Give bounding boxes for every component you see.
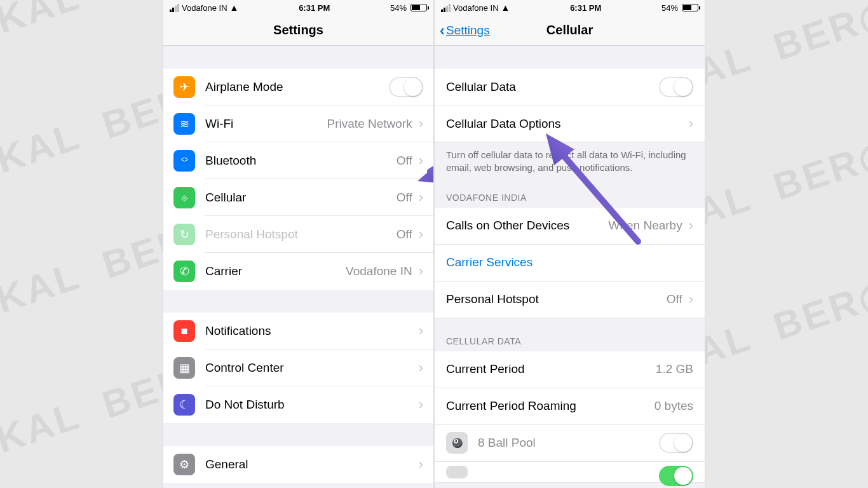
airplane-mode-row[interactable]: ✈Airplane Mode xyxy=(163,69,433,105)
current-period-row: Current Period 1.2 GB xyxy=(435,351,705,388)
chevron-right-icon: › xyxy=(419,152,423,169)
app-label: 8 Ball Pool xyxy=(478,436,659,450)
chevron-left-icon: ‹ xyxy=(440,23,445,38)
chevron-right-icon: › xyxy=(419,323,423,339)
carrier-services-row[interactable]: Carrier Services xyxy=(435,245,705,281)
phone-settings: Vodafone IN ▲ 6:31 PM 54% Settings ✈Airp… xyxy=(163,0,434,488)
cellular-value: Off xyxy=(397,191,412,205)
app-data-row-8-ball-pool[interactable]: 🎱 8 Ball Pool xyxy=(435,425,705,462)
wifi-icon: ▲ xyxy=(230,3,239,13)
airplane-mode-label: Airplane Mode xyxy=(205,80,389,94)
battery-percent: 54% xyxy=(390,3,407,13)
current-period-value: 1.2 GB xyxy=(656,362,693,376)
carrier-icon: ✆ xyxy=(173,261,195,282)
app-data-row-next[interactable] xyxy=(435,462,705,483)
back-label: Settings xyxy=(446,24,490,37)
personal-hotspot-label: Personal Hotspot xyxy=(205,227,397,241)
carrier-label: Vodafone IN xyxy=(182,3,227,13)
calls-other-devices-value: When Nearby xyxy=(609,219,682,233)
chevron-right-icon: › xyxy=(419,456,423,473)
carrier-value: Vodafone IN xyxy=(346,264,412,278)
clock: 6:31 PM xyxy=(570,3,601,13)
personal-hotspot-icon: ↻ xyxy=(173,224,195,245)
section-header-carrier: VODAFONE INDIA xyxy=(435,175,705,208)
carrier-row[interactable]: ✆CarrierVodafone IN› xyxy=(163,253,433,290)
status-bar: Vodafone IN ▲ 6:31 PM 54% xyxy=(435,0,705,15)
carrier-label: Vodafone IN xyxy=(453,3,499,13)
wifi-icon: ≋ xyxy=(173,113,195,135)
personal-hotspot-label: Personal Hotspot xyxy=(446,292,667,306)
chevron-right-icon: › xyxy=(419,116,423,132)
bluetooth-label: Bluetooth xyxy=(205,154,397,168)
control-center-label: Control Center xyxy=(205,361,412,375)
cellular-icon: ⟐ xyxy=(173,187,195,208)
do-not-disturb-label: Do Not Disturb xyxy=(205,398,412,412)
wifi-row[interactable]: ≋Wi-FiPrivate Network› xyxy=(163,105,433,142)
back-button[interactable]: ‹ Settings xyxy=(440,23,490,38)
carrier-label: Carrier xyxy=(205,264,346,278)
current-period-roaming-value: 0 bytes xyxy=(654,399,693,413)
general-icon: ⚙ xyxy=(173,454,195,475)
control-center-icon: ▦ xyxy=(173,357,195,379)
bluetooth-value: Off xyxy=(397,154,412,168)
general-row[interactable]: ⚙General› xyxy=(163,446,433,483)
cellular-data-toggle[interactable] xyxy=(659,77,693,97)
wifi-value: Private Network xyxy=(327,117,412,131)
chevron-right-icon: › xyxy=(689,116,693,132)
battery-icon xyxy=(682,4,698,11)
chevron-right-icon: › xyxy=(419,226,423,243)
signal-icon xyxy=(170,4,179,12)
section-header-data: CELLULAR DATA xyxy=(435,318,705,351)
app-icon-placeholder xyxy=(446,466,468,478)
chevron-right-icon: › xyxy=(419,396,423,413)
battery-percent: 54% xyxy=(661,3,678,13)
carrier-services-label: Carrier Services xyxy=(446,255,693,269)
nav-bar: ‹ Settings Cellular xyxy=(435,15,705,46)
nav-bar: Settings xyxy=(163,15,433,46)
bluetooth-icon: ⌔ xyxy=(173,150,195,172)
chevron-right-icon: › xyxy=(689,217,693,234)
do-not-disturb-row[interactable]: ☾Do Not Disturb› xyxy=(163,386,433,423)
chevron-right-icon: › xyxy=(419,263,423,280)
current-period-label: Current Period xyxy=(446,362,656,376)
clock: 6:31 PM xyxy=(299,3,330,13)
page-title: Settings xyxy=(273,23,323,37)
cellular-data-label: Cellular Data xyxy=(446,80,659,94)
app-data-toggle[interactable] xyxy=(659,433,693,453)
personal-hotspot-row[interactable]: ↻Personal HotspotOff› xyxy=(163,216,433,253)
chevron-right-icon: › xyxy=(689,291,693,308)
battery-icon xyxy=(410,4,427,11)
app-data-toggle[interactable] xyxy=(659,466,693,486)
current-period-roaming-label: Current Period Roaming xyxy=(446,399,654,413)
status-bar: Vodafone IN ▲ 6:31 PM 54% xyxy=(163,0,433,15)
notifications-row[interactable]: ■Notifications› xyxy=(163,313,433,349)
notifications-label: Notifications xyxy=(205,324,412,338)
cellular-data-options-row[interactable]: Cellular Data Options › xyxy=(435,105,705,142)
chevron-right-icon: › xyxy=(419,360,423,376)
bluetooth-row[interactable]: ⌔BluetoothOff› xyxy=(163,142,433,179)
signal-icon xyxy=(441,4,451,12)
current-period-roaming-row: Current Period Roaming 0 bytes xyxy=(435,388,705,425)
app-icon-8-ball-pool: 🎱 xyxy=(446,432,468,454)
airplane-mode-icon: ✈ xyxy=(173,76,195,98)
notifications-icon: ■ xyxy=(173,320,195,342)
personal-hotspot-row[interactable]: Personal Hotspot Off › xyxy=(435,281,705,318)
chevron-right-icon: › xyxy=(419,189,423,206)
cellular-data-options-label: Cellular Data Options xyxy=(446,117,682,131)
personal-hotspot-value: Off xyxy=(397,227,412,241)
cellular-row[interactable]: ⟐CellularOff› xyxy=(163,179,433,216)
wifi-icon: ▲ xyxy=(501,3,510,13)
do-not-disturb-icon: ☾ xyxy=(173,394,195,416)
cellular-data-row[interactable]: Cellular Data xyxy=(435,69,705,105)
general-label: General xyxy=(205,458,412,471)
phone-cellular: Vodafone IN ▲ 6:31 PM 54% ‹ Settings Cel… xyxy=(434,0,705,488)
airplane-mode-toggle[interactable] xyxy=(389,77,423,97)
wifi-label: Wi-Fi xyxy=(205,117,327,131)
control-center-row[interactable]: ▦Control Center› xyxy=(163,349,433,386)
cellular-data-footer: Turn off cellular data to restrict all d… xyxy=(435,142,705,175)
cellular-label: Cellular xyxy=(205,191,397,205)
calls-other-devices-row[interactable]: Calls on Other Devices When Nearby › xyxy=(435,208,705,245)
calls-other-devices-label: Calls on Other Devices xyxy=(446,219,609,233)
page-title: Cellular xyxy=(546,23,593,37)
personal-hotspot-value: Off xyxy=(667,292,682,306)
